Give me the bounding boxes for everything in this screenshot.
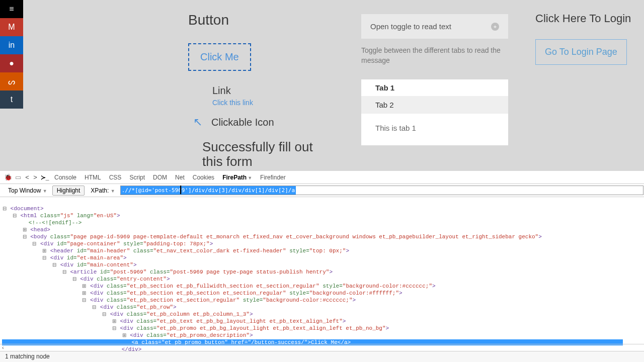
xpath-selection: .//*[@id='post-5969']/div/div[3]/div/div… [121,186,296,195]
tab-net[interactable]: Net [171,172,189,183]
highlight-button[interactable]: Highlight [52,186,85,196]
forward-icon[interactable]: > [31,173,39,181]
tab-script[interactable]: Script [125,172,149,183]
devtools-footer: ‹ [0,344,644,351]
firepath-toolbar: Top Window ▼ Highlight XPath: ▼ .//*[@id… [0,184,644,197]
tab-html[interactable]: HTML [80,172,105,183]
toggle-box[interactable]: Open toggle to read text + [361,14,508,39]
login-button[interactable]: Go To Login Page [535,39,627,65]
click-this-link[interactable]: Click this link [212,99,339,107]
tab-2[interactable]: Tab 2 [361,97,508,114]
tabs-container: Tab 1 Tab 2 This is tab 1 [361,79,508,145]
xpath-label: XPath: ▼ [91,187,115,194]
gmail-icon[interactable]: M [0,18,23,36]
clickable-icon-label: Clickable Icon [211,117,274,128]
firebug-icon[interactable]: 🐞 [3,173,13,181]
devtools-panel: 🐞 ▭ < > ≻_ Console HTML CSS Script DOM N… [0,171,644,362]
devtools-tabbar: 🐞 ▭ < > ≻_ Console HTML CSS Script DOM N… [0,171,644,184]
form-heading: Successfully fill out this form [202,140,313,168]
social-sidebar: ≡ M in ● ᔕ t [0,0,23,109]
dom-tree[interactable]: ⊟ <document> ⊟ <html class="js" lang="en… [0,197,644,362]
toggle-description: Toggle between the different tabs to rea… [361,46,508,65]
buffer-icon[interactable]: ≡ [0,0,23,18]
command-icon[interactable]: ≻_ [39,174,50,181]
inspect-icon[interactable]: ▭ [13,173,23,181]
tab-content: This is tab 1 [361,114,508,145]
link-heading: Link [212,85,339,97]
toggle-title: Open toggle to read text [370,22,451,31]
devtools-status: 1 matching node [0,351,644,362]
column-button: Button Click Me Link Click this link ↖ C… [188,12,339,168]
linkedin-icon[interactable]: in [0,36,23,54]
column-login: Click Here To Login Go To Login Page [535,12,641,65]
reddit-icon[interactable]: ● [0,54,23,72]
button-heading: Button [188,12,339,28]
tab-console[interactable]: Console [50,172,80,183]
tab-firepath[interactable]: FirePath▼ [218,172,256,183]
top-window-dropdown[interactable]: Top Window ▼ [6,186,49,195]
page-content: ≡ M in ● ᔕ t Button Click Me Link Click … [0,0,644,171]
stumbleupon-icon[interactable]: ᔕ [0,72,23,90]
tab-dom[interactable]: DOM [149,172,171,183]
cursor-icon[interactable]: ↖ [193,116,202,129]
xpath-input[interactable]: .//*[@id='post-5969']/div/div[3]/div/div… [120,186,643,195]
back-icon[interactable]: < [23,173,31,181]
tumblr-icon[interactable]: t [0,90,23,109]
login-heading: Click Here To Login [535,12,641,25]
tab-firefinder[interactable]: Firefinder [256,172,290,183]
tab-cookies[interactable]: Cookies [189,172,218,183]
column-toggle: Open toggle to read text + Toggle betwee… [361,14,508,145]
plus-icon[interactable]: + [491,23,499,31]
tab-css[interactable]: CSS [105,172,126,183]
tab-1[interactable]: Tab 1 [361,79,508,97]
click-me-button[interactable]: Click Me [188,43,251,71]
